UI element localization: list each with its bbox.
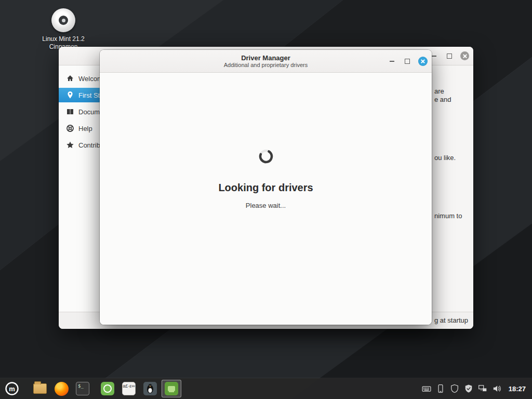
sidebar-item-label: Help <box>78 125 92 132</box>
window-list: a£·ε∞ <box>98 380 181 397</box>
driver-manager-window: Driver Manager Additional and proprietar… <box>100 50 432 325</box>
maximize-icon[interactable] <box>403 57 412 66</box>
launcher-area: $_ <box>32 381 90 396</box>
firefox-launcher[interactable] <box>54 381 69 396</box>
desktop-icon-label-line1: Linux Mint 21.2 <box>38 35 88 43</box>
show-at-startup-label-fragment: g at startup <box>434 316 468 324</box>
folder-icon <box>33 383 47 394</box>
pin-icon <box>66 91 74 99</box>
window-button-character-map[interactable]: a£·ε∞ <box>119 380 139 397</box>
looking-for-drivers-heading: Looking for drivers <box>218 182 313 194</box>
update-manager-icon[interactable] <box>463 383 474 394</box>
driver-manager-titlebar[interactable]: Driver Manager Additional and proprietar… <box>100 50 432 73</box>
window-button-tux-app[interactable] <box>140 380 160 397</box>
text-fragment: e and <box>434 96 451 103</box>
firewall-shield-icon[interactable] <box>449 383 460 394</box>
svg-text:m: m <box>9 385 15 393</box>
text-fragment: nimum to <box>434 212 462 220</box>
files-launcher[interactable] <box>32 381 48 396</box>
window-title: Driver Manager <box>241 54 290 62</box>
terminal-launcher[interactable]: $_ <box>75 381 90 396</box>
tux-penguin-icon <box>143 382 157 395</box>
window-subtitle: Additional and proprietary drivers <box>224 62 308 69</box>
loading-spinner-icon <box>258 149 274 164</box>
terminal-icon: $_ <box>76 382 89 395</box>
taskbar: m $_ a£·ε∞ <box>0 378 532 399</box>
keyboard-layout-icon[interactable] <box>421 383 432 394</box>
driver-manager-content: Looking for drivers Please wait... <box>100 73 432 325</box>
window-button-welcome[interactable] <box>98 380 117 397</box>
network-icon[interactable] <box>477 383 488 394</box>
book-icon <box>66 108 74 116</box>
volume-icon[interactable] <box>491 383 502 394</box>
welcome-app-icon <box>101 382 114 395</box>
mint-menu-button[interactable]: m <box>0 378 24 399</box>
driver-manager-icon <box>165 382 178 395</box>
help-icon <box>66 124 74 132</box>
clock[interactable]: 18:27 <box>509 385 526 393</box>
system-tray: 18:27 <box>421 383 532 394</box>
maximize-icon[interactable] <box>445 51 454 61</box>
mint-logo-icon: m <box>5 381 19 396</box>
minimize-icon[interactable] <box>387 57 396 66</box>
character-map-icon: a£·ε∞ <box>122 382 136 395</box>
close-icon[interactable] <box>460 51 469 60</box>
text-fragment: ou like. <box>434 154 456 162</box>
close-icon[interactable] <box>418 57 428 66</box>
desktop-icon-linux-mint-iso[interactable]: Linux Mint 21.2 Cinnamon <box>38 8 88 51</box>
window-button-driver-manager[interactable] <box>162 380 181 397</box>
notes-tablet-icon[interactable] <box>435 383 446 394</box>
star-icon <box>66 141 74 149</box>
please-wait-status: Please wait... <box>246 202 286 209</box>
disc-icon <box>51 8 75 32</box>
firefox-icon <box>55 382 69 396</box>
home-icon <box>66 74 74 83</box>
text-fragment: are <box>434 87 444 95</box>
desktop: Linux Mint 21.2 Cinnamon Welcome First S… <box>0 0 532 399</box>
